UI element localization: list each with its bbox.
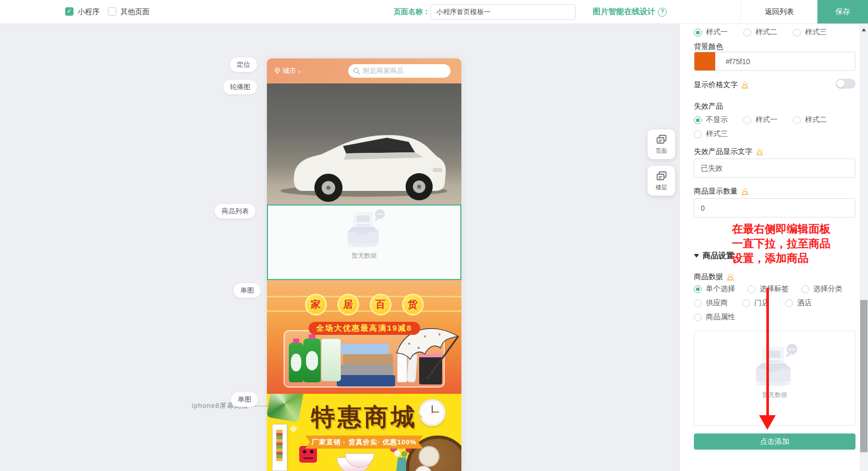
single-image-block-1[interactable]: 家 居 百 货 全场大优惠最高满19减8 [267,280,461,394]
page-tool-button[interactable]: 页面 [647,129,675,159]
robot-eye-art [303,450,306,453]
radio-dot-icon [694,299,702,307]
phone-location-header[interactable]: 城市 › 附近商家商品 [267,58,461,83]
show-price-label: 显示价格文字 [694,80,738,90]
alarm-bell-icon [726,273,735,281]
radio-product-attr[interactable]: 商品属性 [694,312,748,322]
radio-style-3[interactable]: 样式三 [793,28,842,37]
flower-art [394,450,400,456]
other-pages-checkbox[interactable] [108,7,116,16]
show-price-toggle[interactable] [836,79,855,89]
tutorial-arrow-line [766,288,769,416]
city-chevron-icon: › [298,67,300,75]
radio-dot-icon [748,285,755,293]
radio-style-2[interactable]: 样式二 [743,28,793,37]
label-carousel[interactable]: 轮播图 [223,80,257,94]
help-icon[interactable]: ? [658,8,667,17]
robot-mouth-art [303,457,313,459]
single-image-block-2[interactable]: 特惠商城 厂家直销 · 货真价实· 优惠100% [267,394,461,471]
floor-tool-label: 楼层 [656,184,667,191]
editor-canvas: 定位 轮播图 商品列表 单图 单图 iphone8屏幕高度-------- 城市… [0,23,679,471]
style-radio-group: 样式一 样式二 样式三 [694,28,855,37]
radio-single-select[interactable]: 单个选择 [694,284,748,294]
radio-label: 样式三 [805,28,827,37]
banner2-title: 特惠商城 [267,401,461,433]
radio-dot-icon [785,299,793,307]
radio-invalid-style-2[interactable]: 样式二 [793,115,842,125]
label-single-image-1[interactable]: 单图 [234,283,261,298]
label-product-list[interactable]: 商品列表 [215,204,255,219]
radio-label: 不显示 [706,115,728,125]
mini-program-label: 小程序 [78,7,100,17]
radio-label: 样式一 [755,115,777,125]
radio-dot-icon [694,29,702,37]
color-swatch[interactable] [694,52,715,70]
color-value: #f75f10 [726,57,750,66]
radio-label: 选择分类 [813,284,842,294]
alarm-bell-icon [741,81,749,89]
tutorial-annotation: 在最右侧即编辑面板 一直下拉，拉至商品 设置，添加商品 [732,222,830,265]
banner2-ribbon: 厂家直销 · 货真价实· 优惠100% [305,436,423,449]
mini-program-checkbox[interactable] [65,7,74,16]
city-selector[interactable]: 城市 › [274,66,300,76]
radio-dot-icon [694,116,702,124]
carousel-block[interactable] [267,83,461,204]
stacked-layers-icon [655,170,668,183]
towel-art [339,365,393,375]
show-price-label-wrap: 显示价格文字 [694,80,749,90]
invalid-text-label: 失效产品显示文字 [694,147,752,156]
count-label-wrap: 商品显示数量 [694,187,855,196]
radio-invalid-style-1[interactable]: 样式一 [743,115,793,125]
collapse-arrow-icon [694,254,699,258]
radio-dot-icon [694,285,702,293]
radio-label: 样式二 [755,28,777,37]
product-settings-title: 商品设置 [703,251,734,261]
banner1-badge: 百 [370,294,392,316]
other-pages-label: 其他页面 [120,7,150,17]
radio-style-1[interactable]: 样式一 [694,28,743,37]
product-list-block-selected[interactable]: 暂无数据 [267,204,461,280]
radio-label: 样式三 [706,129,728,139]
panel-scrollbar[interactable] [860,23,868,471]
count-input[interactable] [694,198,855,218]
radio-hotel[interactable]: 酒店 [785,298,828,308]
smart-design-link[interactable]: 图片智能在线设计? [593,7,667,17]
top-toolbar: 小程序 其他页面 页面名称： 图片智能在线设计? 返回列表 保存 [0,0,868,24]
label-location[interactable]: 定位 [230,57,257,72]
radio-dot-icon [743,29,751,37]
radio-label: 酒店 [797,298,812,308]
bg-color-input[interactable]: #f75f10 [694,52,855,71]
count-label: 商品显示数量 [694,187,738,196]
product-data-label-wrap: 商品数据 [694,272,855,282]
scrollbar-up-arrow-icon[interactable] [862,28,866,31]
radio-invalid-hide[interactable]: 不显示 [694,115,743,125]
radio-label: 单个选择 [706,284,735,294]
search-placeholder: 附近商家商品 [363,66,404,76]
panel-empty-text: 暂无数据 [694,391,855,400]
radio-supplier[interactable]: 供应商 [694,298,742,308]
invalid-text-input[interactable] [694,159,855,178]
back-to-list-button[interactable]: 返回列表 [740,0,818,23]
scrollbar-thumb[interactable] [860,300,867,452]
search-bar[interactable]: 附近商家商品 [348,64,450,78]
floor-tool-button[interactable]: 楼层 [647,166,675,196]
robot-eye-art [310,450,313,453]
panel-empty-box: 暂无数据 [694,331,855,426]
invalid-product-radio-group: 不显示 样式一 样式二 样式三 [694,115,855,139]
banner1-promo-pill: 全场大优惠最高满19减8 [308,322,420,335]
radio-invalid-style-3[interactable]: 样式三 [694,129,743,139]
click-add-button[interactable]: 点击添加 [694,433,855,450]
radio-select-category[interactable]: 选择分类 [801,284,855,294]
annotation-line: 一直下拉，拉至商品 [732,236,830,251]
detergent-pack-art [321,339,341,381]
label-single-image-2[interactable]: 单图 [231,392,258,407]
page-tool-label: 页面 [656,147,667,155]
page-name-input[interactable] [431,4,576,20]
alarm-bell-icon [755,148,764,156]
radio-store[interactable]: 门店 [742,298,785,308]
save-button[interactable]: 保存 [817,0,868,23]
radio-select-tag[interactable]: 选择标签 [748,284,801,294]
radio-label: 供应商 [706,298,728,308]
tray-bowl-art [419,446,439,467]
towel-art [337,375,395,387]
